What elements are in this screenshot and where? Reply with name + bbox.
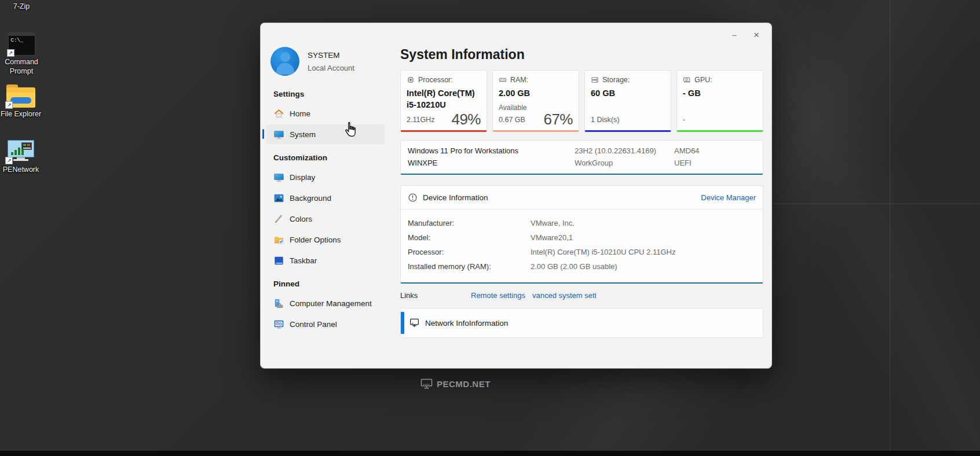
wallpaper-window-line bbox=[890, 0, 891, 456]
mouse-cursor-hand bbox=[343, 122, 357, 140]
main-content: System Information Processor: Intel(R) C… bbox=[400, 23, 763, 338]
selected-indicator bbox=[262, 129, 264, 139]
ram-icon bbox=[499, 76, 507, 84]
settings-window: – ✕ SYSTEM Local Account Settings Home S… bbox=[260, 23, 772, 369]
desktop-icon-label: File Explorer bbox=[1, 110, 41, 119]
home-icon bbox=[273, 108, 284, 119]
shortcut-arrow-icon: ↗ bbox=[7, 49, 14, 57]
account-name: SYSTEM bbox=[308, 51, 354, 60]
computer-name: WINXPE bbox=[408, 159, 575, 167]
section-header-pinned: Pinned bbox=[273, 280, 400, 288]
links-row: Links Remote settings vanced system sett… bbox=[400, 291, 763, 300]
sidebar-item-folder-options[interactable]: Folder Options bbox=[266, 230, 385, 249]
os-edition: Windows 11 Pro for Workstations bbox=[408, 146, 575, 155]
gpu-card: GPU: - GB - bbox=[677, 70, 763, 132]
ram-usage: 67% bbox=[543, 112, 573, 127]
os-version: 23H2 (10.0.22631.4169) bbox=[575, 146, 674, 155]
wallpaper-window-line bbox=[753, 203, 980, 204]
penetwork-icon: ↗ bbox=[6, 140, 35, 163]
pecmd-watermark: PECMD.NET bbox=[420, 378, 491, 389]
taskbar-icon bbox=[273, 255, 284, 266]
sidebar-item-computer-management[interactable]: Computer Management bbox=[266, 293, 385, 313]
ram-card: RAM: 2.00 GB Available 0.67 GB 67% bbox=[492, 70, 579, 132]
gpu-memory: - GB bbox=[683, 87, 757, 99]
device-manager-link[interactable]: Device Manager bbox=[701, 193, 756, 202]
sidebar-item-control-panel[interactable]: Control Panel bbox=[266, 314, 385, 334]
storage-total: 60 GB bbox=[591, 87, 665, 99]
processor-icon bbox=[407, 76, 415, 84]
network-icon bbox=[409, 318, 420, 329]
ram-total: 2.00 GB bbox=[499, 87, 573, 99]
section-header-settings: Settings bbox=[273, 90, 400, 98]
processor-usage: 49% bbox=[451, 112, 481, 127]
stat-cards: Processor: Intel(R) Core(TM) i5-10210U 2… bbox=[400, 70, 763, 132]
gpu-icon bbox=[683, 76, 691, 84]
device-row-manufacturer: Manufacturer: VMware, Inc. bbox=[408, 216, 756, 230]
device-row-model: Model: VMware20,1 bbox=[408, 230, 756, 245]
processor-card: Processor: Intel(R) Core(TM) i5-10210U 2… bbox=[400, 70, 487, 132]
info-icon bbox=[408, 193, 418, 203]
ram-available: 0.67 GB bbox=[499, 116, 525, 127]
shortcut-arrow-icon: ↗ bbox=[5, 101, 13, 109]
os-info-panel: Windows 11 Pro for Workstations 23H2 (10… bbox=[400, 140, 763, 175]
processor-clock: 2.11GHz bbox=[407, 116, 434, 127]
device-row-processor: Processor: Intel(R) Core(TM) i5-10210U C… bbox=[408, 245, 756, 259]
sidebar-item-taskbar[interactable]: Taskbar bbox=[266, 251, 385, 270]
desktop-icon-label: 7-Zip bbox=[13, 2, 30, 12]
links-label: Links bbox=[400, 291, 471, 300]
processor-name: Intel(R) Core(TM) i5-10210U bbox=[407, 87, 481, 111]
taskbar[interactable] bbox=[0, 451, 980, 456]
avatar bbox=[270, 47, 299, 76]
desktop-icon-file-explorer[interactable]: ↗ File Explorer bbox=[0, 84, 43, 119]
sidebar-item-home[interactable]: Home bbox=[266, 104, 385, 123]
sidebar-item-display[interactable]: Display bbox=[266, 167, 385, 187]
device-info-panel: Device Information Device Manager Manufa… bbox=[400, 185, 763, 284]
network-info-label: Network InfoInformation bbox=[425, 319, 508, 328]
computer-management-icon bbox=[273, 298, 284, 309]
desktop-icon-penetwork[interactable]: ↗ PENetwork bbox=[0, 140, 43, 175]
desktop-icon-label: Command Prompt bbox=[0, 58, 44, 76]
command-prompt-icon: C:\_ ↗ bbox=[8, 32, 35, 56]
display-icon bbox=[273, 172, 284, 183]
control-panel-icon bbox=[273, 319, 284, 330]
advanced-system-settings-link[interactable]: vanced system settin bbox=[532, 291, 596, 300]
sidebar-item-system[interactable]: System bbox=[266, 124, 385, 144]
workgroup: WorkGroup bbox=[575, 159, 674, 167]
gpu-sub: - bbox=[683, 116, 685, 127]
sidebar-item-colors[interactable]: Colors bbox=[266, 209, 385, 229]
firmware-type: UEFI bbox=[674, 159, 763, 167]
accent-bar bbox=[401, 312, 404, 334]
colors-brush-icon bbox=[273, 214, 284, 225]
sidebar-item-background[interactable]: Background bbox=[266, 188, 385, 208]
network-info-row[interactable]: Network InfoInformation bbox=[400, 308, 763, 338]
file-explorer-icon: ↗ bbox=[6, 84, 35, 108]
sidebar: SYSTEM Local Account Settings Home Syste… bbox=[261, 23, 400, 368]
storage-card: Storage: 60 GB 1 Disk(s) bbox=[584, 70, 671, 132]
background-icon bbox=[273, 193, 284, 204]
shortcut-arrow-icon: ↗ bbox=[5, 157, 13, 164]
watermark-monitor-icon bbox=[420, 378, 433, 389]
device-row-memory: Installed memory (RAM): 2.00 GB (2.00 GB… bbox=[408, 259, 756, 274]
folder-options-icon bbox=[273, 234, 284, 245]
storage-icon bbox=[591, 76, 599, 84]
desktop-icon-7zip[interactable]: 7-Zip bbox=[0, 0, 44, 12]
account-block[interactable]: SYSTEM Local Account bbox=[270, 47, 400, 76]
storage-disks: 1 Disk(s) bbox=[591, 116, 619, 127]
remote-settings-link[interactable]: Remote settings bbox=[471, 291, 525, 300]
system-icon bbox=[273, 129, 284, 140]
page-title: System Information bbox=[400, 47, 763, 62]
device-info-title: Device Information bbox=[423, 193, 488, 202]
desktop-icon-label: PENetwork bbox=[3, 166, 39, 175]
desktop-icon-command-prompt[interactable]: C:\_ ↗ Command Prompt bbox=[0, 32, 44, 76]
section-header-customization: Customization bbox=[273, 153, 400, 162]
account-type: Local Account bbox=[308, 64, 354, 72]
os-architecture: AMD64 bbox=[674, 146, 763, 155]
